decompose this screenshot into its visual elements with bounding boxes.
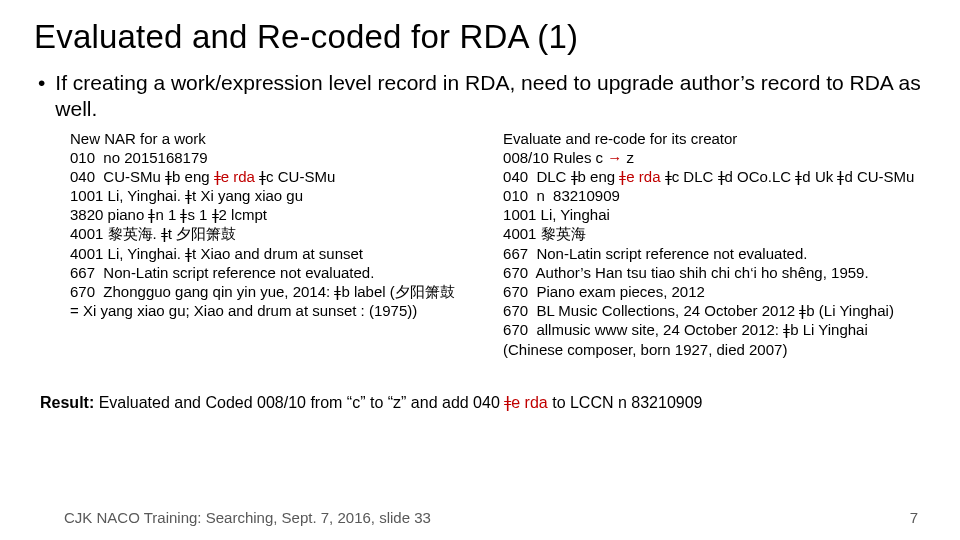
right-line: 4001 黎英海 [503, 225, 586, 242]
left-line: 010 no 2015168179 [70, 149, 208, 166]
left-line: 3820 piano ǂn 1 ǂs 1 ǂ2 lcmpt [70, 206, 267, 223]
footer-text: CJK NACO Training: Searching, Sept. 7, 2… [64, 509, 431, 526]
red-text: ǂe rda [504, 394, 547, 411]
left-line: 1001 Li, Yinghai. ǂt Xi yang xiao gu [70, 187, 303, 204]
right-line: 008/10 Rules c → z [503, 149, 634, 166]
arrow-icon: → [607, 149, 622, 166]
footer: CJK NACO Training: Searching, Sept. 7, 2… [0, 509, 960, 526]
bullet-dot-icon: • [38, 70, 45, 96]
right-line: 667 Non-Latin script reference not evalu… [503, 245, 807, 262]
left-line: 670 Zhongguo gang qin yin yue, 2014: ǂb … [70, 283, 467, 319]
right-line: 670 BL Music Collections, 24 October 201… [503, 302, 894, 319]
slide-title: Evaluated and Re-coded for RDA (1) [34, 18, 926, 56]
result-line: Result: Evaluated and Coded 008/10 from … [40, 393, 926, 412]
columns: New NAR for a work 010 no 2015168179 040… [34, 129, 926, 359]
right-line: 010 n 83210909 [503, 187, 620, 204]
bullet-text: If creating a work/expression level reco… [55, 70, 926, 123]
right-line: 040 DLC ǂb eng ǂe rda ǂc DLC ǂd OCo.LC ǂ… [503, 168, 914, 185]
left-heading: New NAR for a work [70, 130, 206, 147]
result-text-a: Evaluated and Coded 008/10 from “c” to “… [99, 394, 505, 411]
right-line: 1001 Li, Yinghai [503, 206, 610, 223]
left-line: 040 CU-SMu ǂb eng ǂe rda ǂc CU-SMu [70, 168, 335, 185]
right-line: 670 allmusic www site, 24 October 2012: … [503, 321, 872, 357]
slide: Evaluated and Re-coded for RDA (1) • If … [0, 0, 960, 540]
left-column: New NAR for a work 010 no 2015168179 040… [70, 129, 473, 359]
right-heading: Evaluate and re-code for its creator [503, 130, 737, 147]
right-column: Evaluate and re-code for its creator 008… [503, 129, 926, 359]
red-text: ǂe rda [214, 168, 255, 185]
result-text-b: to LCCN n 83210909 [548, 394, 703, 411]
bullet-item: • If creating a work/expression level re… [38, 70, 926, 123]
left-line: 4001 Li, Yinghai. ǂt Xiao and drum at su… [70, 245, 363, 262]
right-line: 670 Author’s Han tsu tiao shih chi ch‘i … [503, 264, 869, 281]
red-text: ǂe rda [619, 168, 660, 185]
result-label: Result: [40, 394, 99, 411]
page-number: 7 [910, 509, 918, 526]
right-line: 670 Piano exam pieces, 2012 [503, 283, 705, 300]
left-line: 667 Non-Latin script reference not evalu… [70, 264, 374, 281]
left-line: 4001 黎英海. ǂt 夕阳箫鼓 [70, 225, 236, 242]
